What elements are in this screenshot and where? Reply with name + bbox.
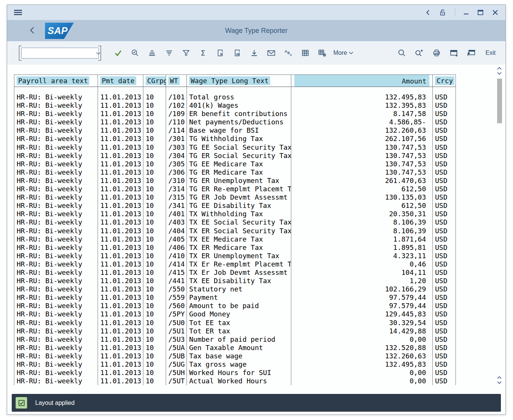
table-cell[interactable]: 11.01.2013 [98,168,143,177]
table-cell[interactable]: 30.329,54 [291,319,432,327]
table-cell[interactable]: /102 [166,101,187,110]
enter-check-icon[interactable] [113,46,123,59]
table-cell[interactable]: 11.01.2013 [98,152,143,160]
table-cell[interactable]: /404 [166,227,187,235]
shortcut-icon[interactable] [466,46,476,59]
table-cell[interactable]: 104,11 [291,268,432,277]
table-cell[interactable]: 1,20 [291,277,432,285]
table-cell[interactable]: /303 [166,143,187,152]
table-cell[interactable]: 11.01.2013 [98,285,143,293]
table-cell[interactable]: USD [432,177,456,185]
table-cell[interactable]: 10 [143,152,166,160]
table-cell[interactable]: HR-RU: Bi-weekly [14,327,98,335]
table-cell[interactable]: 11.01.2013 [98,293,143,302]
table-cell[interactable]: USD [432,160,456,168]
table-cell[interactable]: HR-RU: Bi-weekly [14,143,98,152]
table-cell[interactable]: USD [432,135,456,143]
column-header[interactable]: Wage Type Long Text [187,74,291,87]
table-cell[interactable]: 10 [143,110,166,118]
table-cell[interactable]: /560 [166,302,187,310]
table-cell[interactable]: /314 [166,185,187,193]
table-cell[interactable]: /403 [166,218,187,226]
table-cell[interactable]: 11.01.2013 [98,218,143,226]
table-row[interactable]: HR-RU: Bi-weekly11.01.201310/406TX ER Me… [14,243,456,252]
table-cell[interactable]: USD [432,101,456,110]
export-spreadsheet-icon[interactable]: x [215,46,225,59]
word-processing-icon[interactable]: w [232,46,242,59]
table-row[interactable]: HR-RU: Bi-weekly11.01.201310/315TG ER Jo… [14,193,456,201]
table-row[interactable]: HR-RU: Bi-weekly11.01.201310/414TX Er Re… [14,260,456,268]
table-cell[interactable]: USD [432,293,456,302]
table-cell[interactable]: 10 [143,235,166,243]
mail-icon[interactable] [266,46,276,59]
table-cell[interactable]: 10 [143,344,166,352]
table-cell[interactable]: /5U1 [166,327,187,335]
table-cell[interactable]: 132.395,83 [291,101,432,110]
table-cell[interactable]: 4.586,85- [291,118,432,126]
table-cell[interactable]: 11.01.2013 [98,118,143,126]
table-cell[interactable]: 10 [143,377,166,385]
table-cell[interactable]: TX ER Unemployment Tax [187,252,291,260]
table-cell[interactable]: 11.01.2013 [98,135,143,143]
table-cell[interactable]: 0,00 [291,335,432,344]
table-cell[interactable]: 8.106,39 [291,218,432,226]
table-cell[interactable]: 10 [143,335,166,344]
table-cell[interactable]: USD [432,185,456,193]
table-cell[interactable]: 11.01.2013 [98,377,143,385]
table-cell[interactable]: 11.01.2013 [98,252,143,260]
table-cell[interactable]: TX EE Medicare Tax [187,235,291,243]
table-cell[interactable]: 10 [143,193,166,201]
table-cell[interactable]: USD [432,310,456,318]
table-cell[interactable]: 11.01.2013 [98,160,143,168]
table-cell[interactable]: USD [432,227,456,235]
table-cell[interactable]: HR-RU: Bi-weekly [14,243,98,252]
table-cell[interactable]: TX Er Re-emplmt Placemt T [187,260,291,268]
table-row[interactable]: HR-RU: Bi-weekly11.01.201310/404TX ER So… [14,227,456,235]
table-cell[interactable]: 11.01.2013 [98,268,143,277]
table-cell[interactable]: HR-RU: Bi-weekly [14,185,98,193]
table-cell[interactable]: /306 [166,168,187,177]
command-field[interactable] [21,48,99,59]
table-cell[interactable]: 130.747,53 [291,143,432,152]
table-row[interactable]: HR-RU: Bi-weekly11.01.201310/5UAGen Taxa… [14,344,456,352]
table-cell[interactable]: USD [432,152,456,160]
download-icon[interactable] [249,46,259,59]
table-cell[interactable]: HR-RU: Bi-weekly [14,93,98,101]
table-cell[interactable]: 10 [143,118,166,126]
table-cell[interactable]: /5UT [166,377,187,385]
table-cell[interactable]: HR-RU: Bi-weekly [14,293,98,302]
table-cell[interactable]: HR-RU: Bi-weekly [14,277,98,285]
table-cell[interactable]: 132.495,83 [291,360,432,369]
table-cell[interactable]: /441 [166,277,187,285]
table-cell[interactable]: HR-RU: Bi-weekly [14,110,98,118]
column-header[interactable]: Payroll area text [14,74,98,87]
table-cell[interactable]: /406 [166,243,187,252]
table-cell[interactable]: /301 [166,135,187,143]
table-cell[interactable]: 14.429,88 [291,327,432,335]
table-row[interactable]: HR-RU: Bi-weekly11.01.201310/5UHWorked H… [14,369,456,377]
table-row[interactable]: HR-RU: Bi-weekly11.01.201310/303TG EE So… [14,143,456,152]
table-cell[interactable]: TX ER Social Security Tax [187,227,291,235]
table-cell[interactable]: USD [432,285,456,293]
table-cell[interactable]: HR-RU: Bi-weekly [14,210,98,218]
column-header[interactable]: Pmt date [98,74,143,87]
table-cell[interactable]: /109 [166,110,187,118]
table-cell[interactable]: 612,50 [291,185,432,193]
table-cell[interactable]: /341 [166,201,187,210]
table-cell[interactable]: USD [432,218,456,226]
table-row[interactable]: HR-RU: Bi-weekly11.01.201310/441TX EE Di… [14,277,456,285]
table-cell[interactable]: HR-RU: Bi-weekly [14,302,98,310]
table-cell[interactable]: 11.01.2013 [98,360,143,369]
table-cell[interactable]: USD [432,369,456,377]
table-cell[interactable]: 20.350,31 [291,210,432,218]
table-cell[interactable]: 11.01.2013 [98,277,143,285]
table-cell[interactable]: 401(k) Wages [187,101,291,110]
table-cell[interactable]: /405 [166,235,187,243]
sort-ascending-icon[interactable] [147,46,157,59]
table-row[interactable]: HR-RU: Bi-weekly11.01.201310/403TX EE So… [14,218,456,226]
table-cell[interactable]: Statutory net [187,285,291,293]
table-cell[interactable]: HR-RU: Bi-weekly [14,352,98,360]
table-row[interactable]: HR-RU: Bi-weekly11.01.201310/310TG ER Un… [14,177,456,185]
table-cell[interactable]: HR-RU: Bi-weekly [14,218,98,226]
table-cell[interactable]: /5U3 [166,335,187,344]
